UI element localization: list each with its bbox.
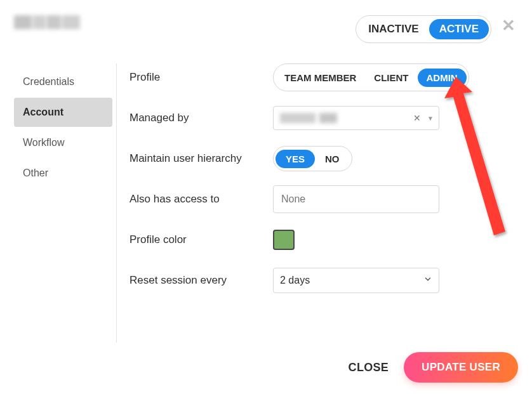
sidebar: Credentials Account Workflow Other (14, 63, 117, 343)
profile-color-label: Profile color (130, 233, 273, 246)
reset-session-select[interactable]: 2 days (273, 268, 439, 293)
sidebar-item-credentials[interactable]: Credentials (14, 67, 112, 96)
reset-session-label: Reset session every (130, 274, 273, 287)
profile-option-team-member[interactable]: TEAM MEMBER (276, 69, 365, 87)
sidebar-item-other[interactable]: Other (14, 159, 112, 188)
managed-by-select[interactable]: ✕ ▼ (273, 106, 439, 130)
maintain-hierarchy-label: Maintain user hierarchy (130, 152, 273, 165)
managed-by-clear-icon[interactable]: ✕ (413, 113, 421, 123)
profile-label: Profile (130, 71, 273, 84)
dialog-title-redacted (14, 15, 90, 34)
reset-session-value: 2 days (280, 275, 310, 286)
sidebar-item-account[interactable]: Account (14, 98, 112, 127)
managed-by-value-redacted (280, 113, 337, 123)
maintain-hierarchy-no[interactable]: NO (315, 150, 350, 168)
update-user-button[interactable]: UPDATE USER (404, 352, 518, 383)
chevron-down-icon: ▼ (427, 115, 434, 122)
profile-option-client[interactable]: CLIENT (365, 69, 417, 87)
close-button[interactable]: CLOSE (349, 361, 389, 374)
form-panel: Profile TEAM MEMBER CLIENT ADMIN Managed… (117, 63, 518, 343)
profile-color-swatch[interactable] (273, 230, 295, 250)
maintain-hierarchy-yes[interactable]: YES (276, 150, 315, 168)
chevron-down-icon (423, 275, 432, 286)
profile-option-admin[interactable]: ADMIN (418, 69, 467, 87)
sidebar-item-workflow[interactable]: Workflow (14, 128, 112, 157)
maintain-hierarchy-toggle[interactable]: YES NO (273, 146, 352, 171)
close-icon[interactable]: ✕ (499, 22, 518, 37)
profile-toggle[interactable]: TEAM MEMBER CLIENT ADMIN (273, 63, 469, 91)
managed-by-label: Managed by (130, 112, 273, 124)
status-active-option[interactable]: ACTIVE (429, 19, 489, 39)
also-access-input[interactable] (273, 185, 439, 213)
status-inactive-option[interactable]: INACTIVE (358, 19, 429, 39)
status-toggle[interactable]: INACTIVE ACTIVE (356, 15, 491, 43)
also-access-label: Also has access to (130, 193, 273, 206)
